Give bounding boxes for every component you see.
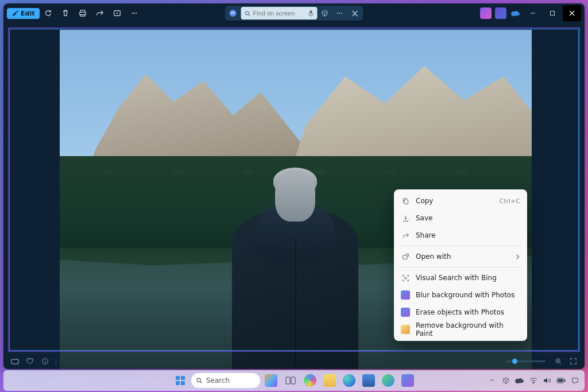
- tray-wifi-icon[interactable]: [528, 375, 539, 386]
- zoom-in-icon[interactable]: [552, 356, 564, 367]
- edit-button[interactable]: Edit: [7, 8, 40, 19]
- tray-volume-icon[interactable]: [542, 375, 552, 386]
- explorer-icon[interactable]: [321, 372, 338, 389]
- svg-rect-6: [310, 10, 312, 14]
- task-view-icon[interactable]: [282, 372, 299, 389]
- search-input[interactable]: [251, 10, 308, 17]
- fullscreen-icon[interactable]: [567, 356, 579, 367]
- menu-save-label: Save: [416, 214, 520, 222]
- share-icon[interactable]: [91, 5, 109, 21]
- designer-icon[interactable]: [495, 7, 506, 19]
- taskbar-search[interactable]: Search: [191, 373, 260, 388]
- menu-remove-bg-label: Remove background with Paint: [416, 321, 520, 337]
- copilot-icon[interactable]: [227, 7, 239, 19]
- svg-point-8: [339, 13, 341, 14]
- svg-rect-14: [11, 359, 18, 364]
- svg-point-5: [245, 11, 249, 14]
- compare-icon[interactable]: [9, 356, 21, 367]
- context-menu: Copy Ctrl+C Save Share Open with Visual …: [394, 189, 527, 341]
- maximize-button[interactable]: [543, 5, 562, 21]
- share-out-icon: [401, 231, 410, 240]
- app-icon-1[interactable]: [380, 372, 397, 389]
- slideshow-icon[interactable]: [109, 5, 126, 21]
- more-icon[interactable]: [126, 5, 143, 21]
- tray-cube-icon[interactable]: [501, 375, 511, 386]
- svg-rect-26: [291, 377, 295, 384]
- cube-icon[interactable]: [318, 7, 332, 20]
- menu-erase-objects[interactable]: Erase objects with Photos: [397, 304, 524, 321]
- svg-rect-25: [286, 377, 290, 384]
- svg-rect-29: [564, 379, 566, 382]
- tray-battery-icon[interactable]: [556, 375, 566, 386]
- taskbar-center: Search: [172, 372, 416, 389]
- svg-point-9: [341, 13, 342, 14]
- search-icon: [196, 377, 203, 384]
- minimize-button[interactable]: [524, 5, 542, 21]
- menu-blur-background[interactable]: Blur background with Photos: [397, 286, 524, 304]
- menu-erase-objects-label: Erase objects with Photos: [416, 308, 520, 316]
- svg-rect-10: [551, 11, 555, 15]
- edge-icon[interactable]: [341, 372, 358, 389]
- onedrive-icon[interactable]: [510, 7, 521, 19]
- system-tray: [487, 375, 580, 386]
- start-button[interactable]: [172, 372, 189, 389]
- svg-point-27: [533, 383, 534, 384]
- print-icon[interactable]: [74, 5, 91, 21]
- menu-save[interactable]: Save: [397, 209, 524, 227]
- copilot-taskbar-icon[interactable]: [301, 372, 319, 389]
- tray-chevron-icon[interactable]: [487, 375, 497, 386]
- menu-share[interactable]: Share: [397, 227, 524, 244]
- photos-app-icon: [401, 290, 410, 300]
- delete-icon[interactable]: [57, 5, 74, 21]
- search-icon: [245, 10, 251, 17]
- save-icon: [401, 214, 410, 223]
- menu-copy-shortcut: Ctrl+C: [500, 197, 520, 205]
- paint-app-icon: [401, 325, 410, 334]
- taskbar-search-placeholder: Search: [206, 377, 230, 385]
- svg-rect-20: [176, 376, 180, 380]
- photos-app-icon: [401, 308, 410, 317]
- tray-notifications-icon[interactable]: [570, 375, 580, 386]
- svg-rect-12: [403, 255, 407, 259]
- visual-search-icon: [401, 273, 410, 282]
- svg-rect-30: [558, 379, 563, 382]
- svg-rect-22: [176, 381, 180, 385]
- photos-taskbar-icon[interactable]: [399, 372, 416, 389]
- menu-share-label: Share: [416, 231, 520, 239]
- info-icon[interactable]: [39, 356, 51, 367]
- svg-rect-23: [181, 381, 185, 385]
- mic-icon[interactable]: [308, 10, 314, 17]
- widgets-icon[interactable]: [262, 372, 280, 389]
- image-viewport[interactable]: Copy Ctrl+C Save Share Open with Visual …: [3, 23, 585, 353]
- svg-point-2: [134, 13, 135, 14]
- search-input-container: [241, 7, 318, 20]
- tray-onedrive-icon[interactable]: [514, 375, 525, 386]
- close-button[interactable]: [563, 5, 581, 21]
- svg-point-24: [197, 378, 200, 382]
- store-icon[interactable]: [360, 372, 377, 389]
- favorite-icon[interactable]: [24, 356, 36, 367]
- menu-open-with-label: Open with: [416, 253, 509, 261]
- menu-copy-label: Copy: [416, 197, 494, 205]
- rotate-icon[interactable]: [40, 5, 57, 21]
- menu-blur-bg-label: Blur background with Photos: [416, 291, 520, 299]
- svg-rect-21: [181, 376, 185, 380]
- svg-rect-11: [404, 200, 408, 204]
- search-close-icon[interactable]: [347, 7, 362, 20]
- menu-remove-background[interactable]: Remove background with Paint: [397, 321, 524, 338]
- svg-point-1: [132, 13, 133, 14]
- svg-point-4: [230, 10, 237, 17]
- clipchamp-icon[interactable]: [480, 7, 492, 19]
- titlebar: Edit: [3, 3, 585, 23]
- copy-icon: [401, 196, 410, 205]
- search-more-icon[interactable]: [332, 7, 347, 20]
- svg-point-13: [404, 277, 407, 279]
- zoom-slider[interactable]: [506, 360, 546, 362]
- edit-button-label: Edit: [21, 10, 34, 17]
- svg-point-3: [136, 13, 137, 14]
- menu-visual-search[interactable]: Visual Search with Bing: [397, 269, 524, 286]
- menu-visual-search-label: Visual Search with Bing: [416, 274, 520, 282]
- menu-open-with[interactable]: Open with: [397, 248, 524, 265]
- open-with-icon: [401, 252, 410, 261]
- menu-copy[interactable]: Copy Ctrl+C: [397, 192, 524, 209]
